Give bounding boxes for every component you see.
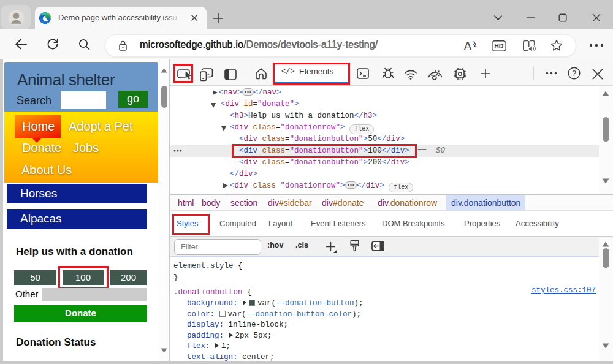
svg-text:A: A: [464, 40, 471, 51]
svg-text:?: ?: [572, 69, 576, 78]
svg-text:HD: HD: [494, 42, 504, 50]
